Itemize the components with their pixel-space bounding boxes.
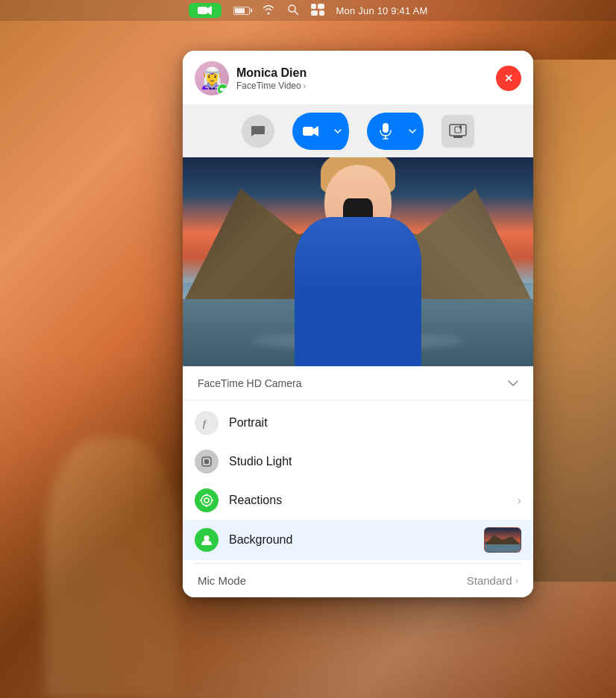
facetime-window: 🧝‍♀️ Monica Dien FaceTime Video › ✕ [183,51,533,597]
bg-decoration-lamp [45,437,179,698]
svg-rect-10 [303,127,313,136]
caller-status-chevron: › [304,81,307,90]
reactions-label: Reactions [229,494,507,507]
person-figure [283,180,433,366]
caller-name: Monica Dien [236,66,307,80]
camera-selector-row[interactable]: FaceTime HD Camera [183,367,533,400]
video-chevron-button[interactable] [330,113,349,150]
wifi-icon[interactable] [262,4,275,17]
menu-item-studio-light[interactable]: Studio Light [183,442,533,481]
mic-control-group [367,113,424,150]
svg-marker-11 [313,126,318,136]
camera-chevron-icon [508,377,518,389]
svg-rect-4 [311,4,316,9]
svg-marker-9 [224,87,226,92]
mic-chevron-button[interactable] [404,113,424,150]
mic-mode-value: Standard › [467,574,518,587]
svg-rect-7 [319,10,324,16]
caller-text: Monica Dien FaceTime Video › [236,66,307,90]
caller-status-text: FaceTime Video [236,81,301,91]
video-button[interactable] [292,113,330,150]
svg-rect-8 [220,88,224,91]
person-body [295,217,421,366]
svg-rect-0 [198,7,207,14]
menu-item-background[interactable]: Background [183,520,533,560]
search-icon[interactable] [287,4,299,18]
facetime-badge [217,84,229,95]
menu-item-portrait[interactable]: f Portrait [183,403,533,442]
window-header: 🧝‍♀️ Monica Dien FaceTime Video › ✕ [183,51,533,105]
svg-rect-15 [450,125,466,136]
svg-point-21 [201,495,212,506]
svg-text:f: f [203,418,207,429]
chat-button[interactable] [242,115,274,148]
reactions-icon [195,488,219,512]
battery-indicator [233,7,250,15]
background-thumbnail [484,527,521,553]
svg-line-3 [295,11,298,15]
portrait-label: Portrait [229,416,521,430]
reactions-chevron-icon: › [518,494,521,506]
mic-mode-chevron-icon: › [515,575,518,586]
menubar-time: Mon Jun 10 9:41 AM [336,5,428,16]
menubar-center: Mon Jun 10 9:41 AM [189,3,428,18]
avatar: 🧝‍♀️ [195,61,229,95]
mic-mode-value-text: Standard [467,574,512,587]
caller-status[interactable]: FaceTime Video › [236,81,307,91]
background-label: Background [229,533,474,547]
menubar: Mon Jun 10 9:41 AM [0,0,616,21]
mic-mode-row[interactable]: Mic Mode Standard › [183,564,533,597]
menu-item-reactions[interactable]: Reactions › [183,481,533,520]
svg-point-27 [204,535,210,541]
studio-light-icon [195,450,219,474]
portrait-icon: f [195,411,219,435]
mic-mode-label: Mic Mode [198,574,246,587]
close-button[interactable]: ✕ [496,66,521,91]
caller-info: 🧝‍♀️ Monica Dien FaceTime Video › [195,61,307,95]
battery-fill [235,8,245,13]
svg-rect-6 [311,10,318,16]
camera-label: FaceTime HD Camera [198,377,302,389]
svg-point-22 [204,498,209,503]
svg-marker-1 [207,6,212,15]
menu-items-list: f Portrait Studio Light [183,400,533,563]
background-icon [195,528,219,552]
control-center-icon[interactable] [311,4,324,18]
screen-share-button[interactable] [441,115,474,148]
video-control-group [292,113,349,150]
svg-rect-20 [204,459,209,464]
bg-thumb-water [485,544,521,552]
controls-bar [183,105,533,157]
battery-body [233,7,250,15]
svg-rect-12 [383,123,389,133]
studio-light-label: Studio Light [229,455,521,468]
svg-rect-16 [453,136,462,138]
dropdown-panel: FaceTime HD Camera f Portrait [183,366,533,597]
mic-button[interactable] [367,113,404,150]
svg-rect-5 [318,4,324,9]
video-area [183,157,533,366]
facetime-menubar-icon[interactable] [189,3,221,18]
